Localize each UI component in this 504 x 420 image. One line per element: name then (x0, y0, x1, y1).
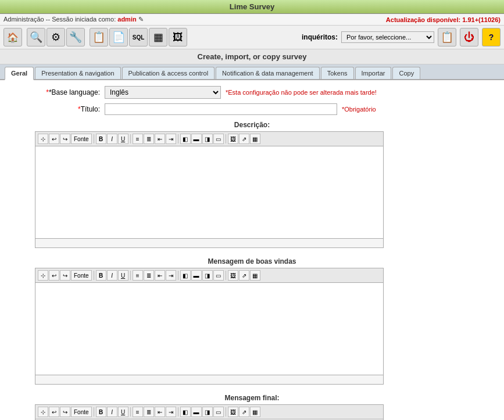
base-language-select[interactable]: Inglês Português Espanhol Francês (105, 86, 221, 99)
mf-rte-undo-btn[interactable]: ↩ (49, 407, 59, 417)
bv-rte-ol-btn[interactable]: ≡ (133, 270, 143, 281)
rte-align-center-btn[interactable]: ▬ (191, 134, 202, 144)
rte-ol-btn[interactable]: ≡ (133, 134, 143, 144)
mf-rte-move-btn[interactable]: ⊹ (38, 407, 48, 417)
mf-rte-align-left-btn[interactable]: ◧ (180, 407, 191, 417)
tab-copy[interactable]: Copy (392, 67, 420, 79)
bv-rte-move-btn[interactable]: ⊹ (38, 270, 48, 281)
base-language-note: *Esta configuração não pode ser alterada… (226, 89, 377, 96)
bv-rte-undo-btn[interactable]: ↩ (49, 270, 59, 281)
rte-undo-btn[interactable]: ↩ (49, 134, 59, 144)
mensagem-final-rte-container: ⊹ ↩ ↪ Fonte B I U ≡ ≣ ⇤ ⇥ ◧ ▬ ◨ ▭ 🖼 ⇗ ▦ (35, 404, 384, 420)
rte-link-btn[interactable]: ⇗ (239, 134, 249, 144)
bv-rte-bold-btn[interactable]: B (96, 270, 106, 281)
home-icon[interactable]: 🏠 (3, 28, 22, 46)
mf-rte-image-btn[interactable]: 🖼 (228, 407, 238, 417)
compose-icon[interactable]: 📋 (90, 28, 108, 46)
tab-presentation[interactable]: Presentation & navigation (35, 67, 120, 79)
edit-icon[interactable]: ✎ (138, 16, 144, 23)
image-icon[interactable]: 🖼 (169, 28, 187, 46)
rte-align-right-btn[interactable]: ◨ (202, 134, 213, 144)
session-text: Administração -- Sessão iniciada como: (3, 16, 116, 23)
bv-rte-outdent-btn[interactable]: ⇤ (155, 270, 165, 281)
rte-table-btn[interactable]: ▦ (250, 134, 260, 144)
mf-rte-align-center-btn[interactable]: ▬ (191, 407, 202, 417)
inqueritos-select[interactable]: Por favor, seleccione... (341, 31, 434, 43)
rte-ul-btn[interactable]: ≣ (144, 134, 154, 144)
rte-image-btn[interactable]: 🖼 (228, 134, 238, 144)
mf-rte-redo-btn[interactable]: ↪ (60, 407, 70, 417)
tab-publication[interactable]: Publication & access control (122, 67, 215, 79)
bv-rte-source-btn[interactable]: Fonte (71, 270, 92, 281)
mf-rte-sep-1 (94, 407, 94, 417)
logout-icon[interactable]: ⏻ (460, 28, 478, 46)
mf-rte-table-btn[interactable]: ▦ (250, 407, 260, 417)
rte-underline-btn[interactable]: U (118, 134, 128, 144)
mf-rte-link-btn[interactable]: ⇗ (239, 407, 249, 417)
grid-icon[interactable]: ▦ (149, 28, 167, 46)
boas-vindas-rte-body[interactable] (35, 282, 384, 375)
bv-rte-table-btn[interactable]: ▦ (250, 270, 260, 281)
mf-rte-underline-btn[interactable]: U (118, 407, 128, 417)
descricao-rte-body[interactable] (35, 146, 384, 239)
tab-importar[interactable]: Importar (355, 67, 392, 79)
mf-rte-bold-btn[interactable]: B (96, 407, 106, 417)
mf-rte-ul-btn[interactable]: ≣ (144, 407, 154, 417)
mf-rte-justify-btn[interactable]: ▭ (213, 407, 224, 417)
sql-icon[interactable]: SQL (129, 28, 148, 46)
search-icon[interactable]: 🔍 (27, 28, 45, 46)
bv-rte-sep-2 (130, 271, 131, 280)
bv-rte-align-center-btn[interactable]: ▬ (191, 270, 202, 281)
tab-geral[interactable]: Geral (5, 67, 34, 80)
descricao-section-label: Descrição: (12, 121, 492, 129)
tab-bar: Geral Presentation & navigation Publicat… (0, 64, 504, 80)
mf-rte-ol-btn[interactable]: ≡ (133, 407, 143, 417)
rte-sep-1 (94, 134, 94, 143)
bv-rte-ul-btn[interactable]: ≣ (144, 270, 154, 281)
rte-align-left-btn[interactable]: ◧ (180, 134, 191, 144)
titulo-input[interactable] (105, 103, 337, 115)
bv-rte-redo-btn[interactable]: ↪ (60, 270, 70, 281)
bv-rte-indent-btn[interactable]: ⇥ (166, 270, 176, 281)
tab-notification[interactable]: Notification & data management (216, 67, 320, 79)
document-icon[interactable]: 📄 (109, 28, 128, 46)
mf-rte-outdent-btn[interactable]: ⇤ (155, 407, 165, 417)
settings-icon[interactable]: ⚙ (47, 28, 65, 46)
bv-rte-sep-3 (178, 271, 178, 280)
descricao-rte-toolbar: ⊹ ↩ ↪ Fonte B I U ≡ ≣ ⇤ ⇥ ◧ ▬ ◨ ▭ 🖼 ⇗ ▦ (35, 131, 384, 146)
survey-list-icon[interactable]: 📋 (438, 28, 456, 46)
title-bar: Lime Survey (0, 0, 504, 14)
rte-bold-btn[interactable]: B (96, 134, 106, 144)
help-icon[interactable]: ? (482, 28, 501, 46)
wrench-icon[interactable]: 🔧 (66, 28, 85, 46)
mf-rte-source-btn[interactable]: Fonte (71, 407, 92, 417)
bv-rte-align-right-btn[interactable]: ◨ (202, 270, 213, 281)
rte-indent-btn[interactable]: ⇥ (166, 134, 176, 144)
mf-rte-italic-btn[interactable]: I (107, 407, 117, 417)
base-language-row: **Base language: Inglês Português Espanh… (12, 86, 492, 99)
rte-justify-btn[interactable]: ▭ (213, 134, 224, 144)
page-subtitle: Create, import, or copy survey (0, 49, 504, 64)
title-text: Lime Survey (230, 2, 274, 11)
mf-rte-indent-btn[interactable]: ⇥ (166, 407, 176, 417)
admin-username[interactable]: admin (117, 16, 136, 23)
titulo-note: *Obrigatório (342, 106, 376, 113)
rte-source-btn[interactable]: Fonte (71, 134, 92, 144)
rte-redo-btn[interactable]: ↪ (60, 134, 70, 144)
boas-vindas-rte-toolbar: ⊹ ↩ ↪ Fonte B I U ≡ ≣ ⇤ ⇥ ◧ ▬ ◨ ▭ 🖼 ⇗ ▦ (35, 268, 384, 282)
bv-rte-underline-btn[interactable]: U (118, 270, 128, 281)
tab-tokens[interactable]: Tokens (321, 67, 354, 79)
mf-rte-align-right-btn[interactable]: ◨ (202, 407, 213, 417)
titulo-label: *Título: (12, 105, 105, 113)
bv-rte-italic-btn[interactable]: I (107, 270, 117, 281)
boas-vindas-rte-container: ⊹ ↩ ↪ Fonte B I U ≡ ≣ ⇤ ⇥ ◧ ▬ ◨ ▭ 🖼 ⇗ ▦ (35, 268, 384, 385)
rte-italic-btn[interactable]: I (107, 134, 117, 144)
bv-rte-image-btn[interactable]: 🖼 (228, 270, 238, 281)
bv-rte-justify-btn[interactable]: ▭ (213, 270, 224, 281)
admin-session-info: Administração -- Sessão iniciada como: a… (3, 16, 144, 23)
bv-rte-link-btn[interactable]: ⇗ (239, 270, 249, 281)
rte-outdent-btn[interactable]: ⇤ (155, 134, 165, 144)
bv-rte-align-left-btn[interactable]: ◧ (180, 270, 191, 281)
rte-move-btn[interactable]: ⊹ (38, 134, 48, 144)
mensagem-final-rte-toolbar: ⊹ ↩ ↪ Fonte B I U ≡ ≣ ⇤ ⇥ ◧ ▬ ◨ ▭ 🖼 ⇗ ▦ (35, 404, 384, 419)
